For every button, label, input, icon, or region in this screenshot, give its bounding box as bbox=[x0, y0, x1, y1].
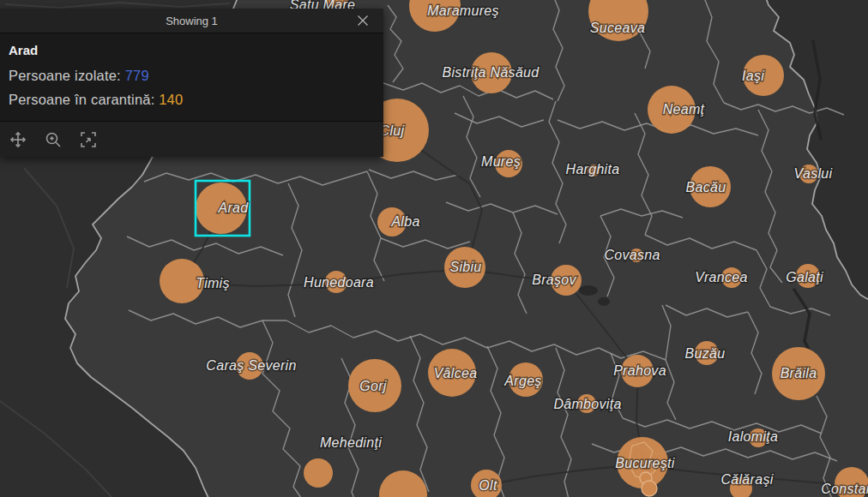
county-label: Mureş bbox=[481, 154, 521, 169]
county-label: Maramureş bbox=[427, 3, 499, 18]
county-label: Buzău bbox=[685, 346, 726, 361]
county-label: Vaslui bbox=[794, 166, 833, 181]
county-label: Olt bbox=[479, 478, 497, 493]
field-label: Persoane în carantină: bbox=[9, 92, 154, 107]
feature-popup: Showing 1 Arad Persoane izolate: 779 Per… bbox=[0, 9, 383, 157]
county-label: Iaşi bbox=[742, 69, 764, 83]
close-icon[interactable] bbox=[354, 12, 371, 29]
county-label: Galaţi bbox=[786, 270, 823, 284]
field-label: Persoane izolate: bbox=[9, 68, 121, 83]
county-label: Vâlcea bbox=[434, 366, 478, 380]
county-label: Caraş Severin bbox=[206, 358, 296, 373]
county-bubble[interactable] bbox=[642, 481, 657, 496]
zoom-to-feature-icon[interactable] bbox=[78, 129, 99, 150]
popup-field-carantina: Persoane în carantină: 140 bbox=[9, 92, 375, 108]
county-label: Argeş bbox=[503, 374, 541, 388]
county-label: Sibiu bbox=[449, 260, 481, 274]
county-label: Bacău bbox=[686, 180, 726, 195]
county-label: Arad bbox=[218, 201, 250, 215]
dark-patch bbox=[598, 297, 610, 306]
popup-field-izolate: Persoane izolate: 779 bbox=[9, 68, 375, 84]
county-label: Neamţ bbox=[663, 102, 705, 117]
county-label: Călăraşi bbox=[720, 472, 773, 487]
county-label: Brăila bbox=[781, 366, 817, 380]
popup-title: Arad bbox=[9, 43, 375, 57]
county-label: Gorj bbox=[359, 379, 387, 393]
popup-footer bbox=[0, 122, 383, 157]
county-label: Bucureşti bbox=[615, 456, 675, 470]
field-value: 779 bbox=[125, 68, 149, 83]
county-label: Suceava bbox=[590, 21, 645, 35]
popup-header[interactable]: Showing 1 bbox=[0, 9, 383, 33]
county-bubble[interactable] bbox=[304, 458, 333, 488]
county-label: Mehedinţi bbox=[320, 435, 382, 450]
county-label: Hunedoara bbox=[304, 275, 374, 290]
map-application: Satu MareMaramureşSuceavaBistriţa Năsăud… bbox=[0, 0, 868, 497]
county-label: Alba bbox=[390, 214, 419, 229]
county-label: Bistriţa Năsăud bbox=[443, 65, 540, 80]
county-label: Dâmboviţa bbox=[553, 397, 621, 411]
pan-icon[interactable] bbox=[8, 129, 28, 150]
field-value: 140 bbox=[159, 92, 183, 107]
popup-body: Arad Persoane izolate: 779 Persoane în c… bbox=[0, 33, 383, 122]
county-label: Prahova bbox=[613, 363, 666, 378]
county-label: Braşov bbox=[532, 272, 576, 287]
county-label: Ialomiţa bbox=[728, 429, 778, 444]
zoom-in-icon[interactable] bbox=[43, 129, 63, 150]
county-label: Vrancea bbox=[695, 270, 747, 284]
county-label: Covasna bbox=[604, 248, 660, 262]
county-label: Timiş bbox=[196, 276, 230, 290]
county-label: Constanţa bbox=[821, 482, 868, 496]
popup-header-title: Showing 1 bbox=[166, 15, 218, 27]
county-label: Harghita bbox=[566, 162, 620, 177]
dark-patch bbox=[579, 285, 598, 296]
